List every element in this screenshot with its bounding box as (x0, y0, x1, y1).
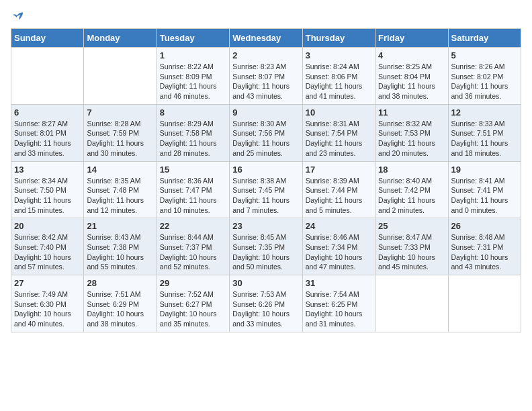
day-info: Sunrise: 8:23 AMSunset: 8:07 PMDaylight:… (232, 62, 299, 101)
day-number: 11 (378, 107, 445, 118)
day-number: 12 (451, 107, 518, 118)
calendar-day-cell: 25Sunrise: 8:47 AMSunset: 7:33 PMDayligh… (375, 218, 448, 275)
day-number: 2 (232, 50, 299, 60)
day-info: Sunrise: 8:38 AMSunset: 7:45 PMDaylight:… (232, 176, 299, 216)
calendar-day-cell: 14Sunrise: 8:35 AMSunset: 7:48 PMDayligh… (84, 161, 157, 218)
day-of-week-header: Thursday (302, 29, 375, 48)
day-info: Sunrise: 8:29 AMSunset: 7:58 PMDaylight:… (160, 119, 226, 158)
day-number: 17 (306, 165, 372, 175)
calendar-day-cell: 9Sunrise: 8:30 AMSunset: 7:56 PMDaylight… (230, 104, 302, 161)
day-info: Sunrise: 8:42 AMSunset: 7:40 PMDaylight:… (14, 232, 81, 272)
day-number: 27 (14, 278, 81, 288)
day-info: Sunrise: 8:36 AMSunset: 7:47 PMDaylight:… (160, 176, 226, 216)
day-info: Sunrise: 8:46 AMSunset: 7:34 PMDaylight:… (306, 232, 372, 272)
calendar-day-cell: 28Sunrise: 7:51 AMSunset: 6:29 PMDayligh… (84, 275, 157, 332)
day-number: 1 (160, 50, 226, 60)
day-info: Sunrise: 8:44 AMSunset: 7:37 PMDaylight:… (160, 232, 226, 272)
day-of-week-header: Sunday (11, 29, 84, 48)
day-info: Sunrise: 8:32 AMSunset: 7:53 PMDaylight:… (378, 119, 445, 158)
day-info: Sunrise: 7:52 AMSunset: 6:27 PMDaylight:… (160, 289, 226, 329)
calendar-day-cell: 8Sunrise: 8:29 AMSunset: 7:58 PMDaylight… (157, 104, 229, 161)
day-info: Sunrise: 8:41 AMSunset: 7:41 PMDaylight:… (451, 176, 518, 216)
calendar-day-cell: 19Sunrise: 8:41 AMSunset: 7:41 PMDayligh… (448, 161, 521, 218)
day-number: 10 (306, 107, 372, 118)
calendar-day-cell: 3Sunrise: 8:24 AMSunset: 8:06 PMDaylight… (302, 48, 375, 105)
day-number: 19 (451, 165, 518, 175)
calendar-day-cell: 12Sunrise: 8:33 AMSunset: 7:51 PMDayligh… (448, 104, 521, 161)
day-of-week-header: Friday (375, 29, 448, 48)
day-of-week-header: Tuesday (157, 29, 229, 48)
day-info: Sunrise: 8:48 AMSunset: 7:31 PMDaylight:… (451, 232, 518, 272)
day-info: Sunrise: 8:34 AMSunset: 7:50 PMDaylight:… (14, 176, 81, 216)
calendar-day-cell: 17Sunrise: 8:39 AMSunset: 7:44 PMDayligh… (302, 161, 375, 218)
day-info: Sunrise: 8:24 AMSunset: 8:06 PMDaylight:… (306, 62, 372, 101)
day-number: 22 (160, 221, 226, 231)
calendar-day-cell: 13Sunrise: 8:34 AMSunset: 7:50 PMDayligh… (11, 161, 84, 218)
header (11, 11, 521, 23)
day-info: Sunrise: 8:31 AMSunset: 7:54 PMDaylight:… (306, 119, 372, 158)
calendar-day-cell: 1Sunrise: 8:22 AMSunset: 8:09 PMDaylight… (157, 48, 229, 105)
calendar-body: 1Sunrise: 8:22 AMSunset: 8:09 PMDaylight… (11, 48, 521, 332)
calendar-day-cell: 23Sunrise: 8:45 AMSunset: 7:35 PMDayligh… (230, 218, 302, 275)
day-info: Sunrise: 8:28 AMSunset: 7:59 PMDaylight:… (87, 119, 153, 158)
calendar-week-row: 6Sunrise: 8:27 AMSunset: 8:01 PMDaylight… (11, 104, 521, 161)
calendar-day-cell (375, 275, 448, 332)
calendar-day-cell: 2Sunrise: 8:23 AMSunset: 8:07 PMDaylight… (230, 48, 302, 105)
day-of-week-header: Saturday (448, 29, 521, 48)
day-info: Sunrise: 8:47 AMSunset: 7:33 PMDaylight:… (378, 232, 445, 272)
calendar-day-cell: 10Sunrise: 8:31 AMSunset: 7:54 PMDayligh… (302, 104, 375, 161)
day-info: Sunrise: 8:30 AMSunset: 7:56 PMDaylight:… (232, 119, 299, 158)
logo (11, 11, 24, 23)
day-number: 30 (232, 278, 299, 288)
day-info: Sunrise: 7:54 AMSunset: 6:25 PMDaylight:… (306, 289, 372, 329)
calendar-day-cell: 21Sunrise: 8:43 AMSunset: 7:38 PMDayligh… (84, 218, 157, 275)
calendar-day-cell: 31Sunrise: 7:54 AMSunset: 6:25 PMDayligh… (302, 275, 375, 332)
day-info: Sunrise: 8:35 AMSunset: 7:48 PMDaylight:… (87, 176, 153, 216)
day-info: Sunrise: 8:27 AMSunset: 8:01 PMDaylight:… (14, 119, 81, 158)
calendar-day-cell: 22Sunrise: 8:44 AMSunset: 7:37 PMDayligh… (157, 218, 229, 275)
day-number: 5 (451, 50, 518, 60)
day-number: 20 (14, 221, 81, 231)
calendar-week-row: 1Sunrise: 8:22 AMSunset: 8:09 PMDaylight… (11, 48, 521, 105)
day-info: Sunrise: 8:26 AMSunset: 8:02 PMDaylight:… (451, 62, 518, 101)
day-number: 14 (87, 165, 153, 175)
calendar-day-cell: 11Sunrise: 8:32 AMSunset: 7:53 PMDayligh… (375, 104, 448, 161)
calendar-day-cell: 30Sunrise: 7:53 AMSunset: 6:26 PMDayligh… (230, 275, 302, 332)
calendar-day-cell: 18Sunrise: 8:40 AMSunset: 7:42 PMDayligh… (375, 161, 448, 218)
day-number: 9 (232, 107, 299, 118)
day-number: 4 (378, 50, 445, 60)
day-number: 23 (232, 221, 299, 231)
day-number: 24 (306, 221, 372, 231)
calendar-day-cell: 29Sunrise: 7:52 AMSunset: 6:27 PMDayligh… (157, 275, 229, 332)
calendar-week-row: 13Sunrise: 8:34 AMSunset: 7:50 PMDayligh… (11, 161, 521, 218)
day-info: Sunrise: 8:25 AMSunset: 8:04 PMDaylight:… (378, 62, 445, 101)
day-number: 15 (160, 165, 226, 175)
day-number: 29 (160, 278, 226, 288)
day-info: Sunrise: 7:49 AMSunset: 6:30 PMDaylight:… (14, 289, 81, 329)
day-number: 31 (306, 278, 372, 288)
day-info: Sunrise: 8:43 AMSunset: 7:38 PMDaylight:… (87, 232, 153, 272)
calendar-day-cell (84, 48, 157, 105)
day-number: 3 (306, 50, 372, 60)
day-number: 25 (378, 221, 445, 231)
calendar-week-row: 20Sunrise: 8:42 AMSunset: 7:40 PMDayligh… (11, 218, 521, 275)
calendar-day-cell (448, 275, 521, 332)
calendar-day-cell: 26Sunrise: 8:48 AMSunset: 7:31 PMDayligh… (448, 218, 521, 275)
day-info: Sunrise: 8:39 AMSunset: 7:44 PMDaylight:… (306, 176, 372, 216)
logo-bird-icon (12, 11, 24, 23)
calendar-week-row: 27Sunrise: 7:49 AMSunset: 6:30 PMDayligh… (11, 275, 521, 332)
day-number: 28 (87, 278, 153, 288)
day-number: 8 (160, 107, 226, 118)
day-number: 16 (232, 165, 299, 175)
calendar-day-cell: 20Sunrise: 8:42 AMSunset: 7:40 PMDayligh… (11, 218, 84, 275)
day-info: Sunrise: 7:51 AMSunset: 6:29 PMDaylight:… (87, 289, 153, 329)
calendar-table: SundayMondayTuesdayWednesdayThursdayFrid… (11, 28, 521, 332)
calendar-day-cell: 5Sunrise: 8:26 AMSunset: 8:02 PMDaylight… (448, 48, 521, 105)
day-number: 7 (87, 107, 153, 118)
day-of-week-header: Wednesday (230, 29, 302, 48)
calendar-day-cell: 16Sunrise: 8:38 AMSunset: 7:45 PMDayligh… (230, 161, 302, 218)
day-info: Sunrise: 7:53 AMSunset: 6:26 PMDaylight:… (232, 289, 299, 329)
day-number: 26 (451, 221, 518, 231)
day-info: Sunrise: 8:45 AMSunset: 7:35 PMDaylight:… (232, 232, 299, 272)
day-number: 21 (87, 221, 153, 231)
